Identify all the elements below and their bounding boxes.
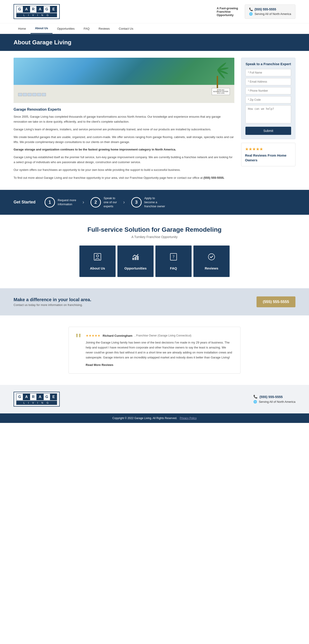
form-title: Speak to a Franchise Expert: [246, 62, 291, 66]
footer-bottom: Copyright © 2022 Garage Living. All Righ…: [0, 414, 309, 423]
zip-input[interactable]: [246, 96, 291, 104]
cta-subtext: Contact us today for more information on…: [14, 303, 91, 306]
svg-rect-2: [132, 258, 134, 260]
card-about[interactable]: About Us: [80, 246, 116, 277]
read-more-link[interactable]: Read More Reviews: [86, 363, 113, 366]
card-opportunities-label: Opportunities: [124, 266, 146, 270]
nav-contact[interactable]: Contact Us: [114, 24, 138, 34]
step-2-number: 2: [90, 197, 101, 208]
step-1: 1 Request moreinformation: [44, 197, 76, 208]
faq-icon: ?: [169, 252, 178, 263]
cta-text: Make a difference in your local area. Co…: [14, 297, 91, 306]
content-para-7: To find out more about Garage Living and…: [14, 175, 234, 180]
footer-logo-a1: A: [23, 394, 30, 400]
section-title: Garage Renovation Experts: [14, 108, 234, 112]
phone-input[interactable]: [246, 87, 291, 94]
footer-logo-e: E: [50, 394, 57, 400]
full-service-subtitle: A Turnkey Franchise Opportunity: [14, 235, 296, 239]
footer-serve: Serving All of North America: [259, 400, 296, 404]
footer-logo-r: R: [30, 394, 37, 400]
nav-faq[interactable]: FAQ: [79, 24, 94, 34]
form-panel: Speak to a Franchise Expert Submit: [241, 58, 296, 139]
step-3-number: 3: [131, 197, 142, 208]
card-reviews-label: Reviews: [205, 266, 218, 270]
logo-letter-a1: A: [23, 6, 30, 13]
step-1-text: Request moreinformation: [58, 198, 76, 206]
privacy-link[interactable]: Privacy Policy: [180, 416, 196, 420]
message-input[interactable]: [246, 105, 291, 123]
navigation: Home About Us Opportunities FAQ Reviews …: [0, 23, 309, 34]
reviews-panel: ★★★★★ Real Reviews From Home Owners: [241, 143, 296, 166]
submit-button[interactable]: Submit: [246, 127, 291, 135]
logo-letter-r: R: [30, 6, 37, 13]
logo-bottom: L I V I N G: [16, 13, 57, 17]
card-faq[interactable]: ? FAQ: [156, 246, 192, 277]
card-reviews[interactable]: Reviews: [194, 246, 230, 277]
full-service-title: Full-service Solution for Garage Remodel…: [14, 226, 296, 233]
step-2: 2 Speak toone of ourexperts: [90, 196, 117, 209]
building-sign: STIRLINGBUSINESS CENTER1211-1241: [212, 88, 230, 95]
nav-home[interactable]: Home: [14, 24, 30, 34]
steps-bar: Get Started 1 Request moreinformation › …: [0, 190, 309, 215]
reviewer-name: Richard Cunningham: [103, 334, 132, 338]
building-image: STIRLINGBUSINESS CENTER1211-1241: [14, 58, 234, 103]
testimonial-text: Joining the Garage Living family has bee…: [86, 340, 234, 360]
card-about-label: About Us: [90, 266, 105, 270]
footer-logo-g: G: [16, 394, 23, 400]
header: G A R A G E L I V I N G A Fast-growingFr…: [0, 0, 309, 23]
content-para-3: We create beautiful garages that are usa…: [14, 135, 234, 144]
content-para-6: Our system offers our franchisees an opp…: [14, 168, 234, 172]
footer-phone-icon: 📞: [253, 395, 258, 399]
opportunities-icon: [131, 252, 140, 263]
service-grid: About Us Opportunities ? FAQ: [14, 246, 296, 277]
nav-opportunities[interactable]: Opportunities: [52, 24, 79, 34]
svg-rect-4: [137, 256, 139, 260]
content-para-5: Garage Living has established itself as …: [14, 155, 234, 165]
get-started-label: Get Started: [14, 200, 36, 204]
logo-letter-g: G: [16, 6, 23, 13]
testimonial-header: ★★★★★ Richard Cunningham , Franchise Own…: [86, 334, 234, 338]
card-opportunities[interactable]: Opportunities: [118, 246, 154, 277]
content-phone: (555) 555-5555.: [203, 176, 224, 180]
full-name-input[interactable]: [246, 69, 291, 76]
step-2-text: Speak toone of ourexperts: [104, 196, 117, 209]
content-bold: Garage storage and organization continue…: [14, 147, 234, 152]
nav-about[interactable]: About Us: [30, 23, 53, 34]
cta-heading: Make a difference in your local area.: [14, 297, 91, 302]
header-serve: Serving All of North America: [254, 12, 291, 16]
footer-phone: (555) 555-5555: [260, 395, 283, 399]
page-title: About Garage Living: [14, 39, 296, 46]
globe-icon: 🌐: [249, 12, 253, 16]
footer-logo-g2: G: [44, 394, 50, 400]
reviews-title: Real Reviews From Home Owners: [245, 153, 292, 162]
full-service-section: Full-service Solution for Garage Remodel…: [0, 215, 309, 288]
testimonial-section: " ★★★★★ Richard Cunningham , Franchise O…: [0, 316, 309, 385]
footer-logo: G A R A G E L I V I N G: [14, 392, 60, 407]
cta-bar: Make a difference in your local area. Co…: [0, 288, 309, 316]
nav-reviews[interactable]: Reviews: [94, 24, 114, 34]
testimonial-card: " ★★★★★ Richard Cunningham , Franchise O…: [68, 327, 240, 373]
logo-letter-g2: G: [44, 6, 50, 13]
step-arrow-1: ›: [82, 199, 84, 205]
header-phone: (555) 555-5555: [254, 8, 276, 11]
step-arrow-2: ›: [123, 199, 125, 205]
header-contact: 📞 (555) 555-5555 🌐 Serving All of North …: [245, 4, 296, 19]
svg-point-1: [96, 255, 99, 257]
phone-icon: 📞: [249, 8, 253, 11]
franchise-tagline: A Fast-growingFranchiseOpportunity: [217, 6, 238, 17]
logo[interactable]: G A R A G E L I V I N G: [14, 4, 60, 19]
cta-phone-button[interactable]: (555) 555-5555: [256, 296, 296, 307]
step-3-text: Apply tobecome afranchise owner: [144, 196, 165, 209]
footer-logo-a2: A: [37, 394, 44, 400]
email-input[interactable]: [246, 78, 291, 85]
content-right: Speak to a Franchise Expert Submit ★★★★★…: [241, 58, 296, 166]
content-left: STIRLINGBUSINESS CENTER1211-1241 Garage …: [14, 58, 234, 183]
logo-letter-e: E: [50, 6, 57, 13]
step-1-number: 1: [44, 197, 55, 208]
reviews-icon: [207, 252, 216, 263]
svg-point-7: [208, 254, 215, 260]
reviews-stars: ★★★★★: [245, 147, 292, 152]
reviewer-role: , Franchise Owner (Garage Living Connect…: [134, 334, 191, 337]
footer-main: G A R A G E L I V I N G 📞 (555) 555-5555…: [0, 385, 309, 414]
testimonial-content: ★★★★★ Richard Cunningham , Franchise Own…: [86, 334, 234, 366]
